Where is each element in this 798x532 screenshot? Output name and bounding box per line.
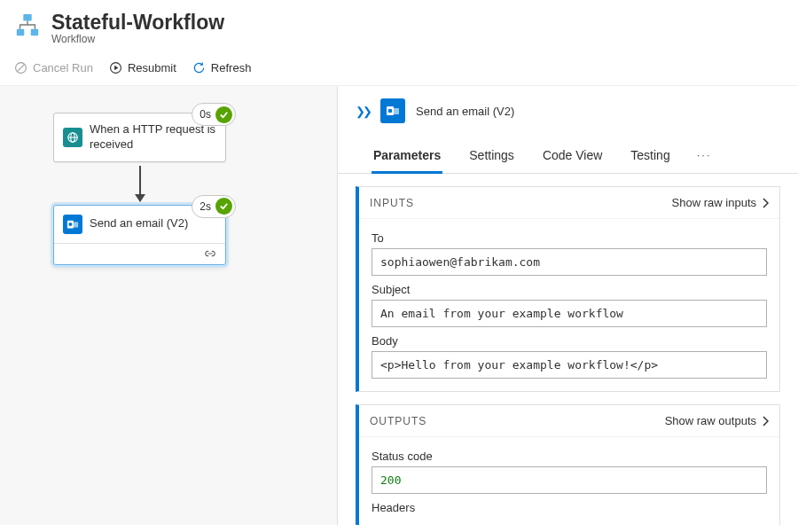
headers-label: Headers: [372, 501, 767, 514]
svg-rect-2: [31, 29, 38, 36]
action-node-email[interactable]: 2s Send an email (V2): [53, 205, 226, 265]
tab-testing[interactable]: Testing: [629, 141, 671, 174]
svg-point-12: [68, 223, 72, 226]
svg-line-4: [17, 64, 24, 71]
svg-rect-11: [74, 222, 78, 227]
node-title: Send an email (V2): [90, 216, 188, 231]
panel-title: Send an email (V2): [416, 105, 514, 118]
workflow-tree-icon: [14, 12, 41, 39]
content-area: 0s When a HTTP request is received 2s: [0, 86, 798, 525]
svg-point-15: [388, 109, 393, 113]
section-heading: OUTPUTS: [370, 415, 426, 427]
body-label: Body: [372, 334, 767, 348]
cancel-run-button: Cancel Run: [14, 61, 93, 74]
more-tabs-button[interactable]: ···: [697, 148, 712, 167]
success-check-icon: [215, 198, 232, 215]
page-title: Stateful-Workflow: [51, 11, 224, 35]
status-code-value[interactable]: 200: [372, 466, 767, 494]
panel-tabs: Parameters Settings Code View Testing ··…: [338, 136, 798, 174]
http-icon: [63, 128, 82, 147]
connector-arrow: [139, 166, 141, 201]
chevron-right-icon: [762, 416, 769, 426]
tab-parameters[interactable]: Parameters: [372, 141, 442, 174]
inputs-section: INPUTS Show raw inputs To sophiaowen@fab…: [356, 186, 780, 392]
page-subtitle: Workflow: [51, 33, 224, 45]
trigger-node[interactable]: 0s When a HTTP request is received: [53, 113, 226, 162]
duration-pill: 2s: [192, 195, 236, 218]
outputs-section: OUTPUTS Show raw outputs Status code 200…: [356, 404, 780, 525]
workflow-canvas[interactable]: 0s When a HTTP request is received 2s: [0, 86, 337, 525]
duration-pill: 0s: [192, 103, 236, 126]
details-panel: ❯❯ Send an email (V2) Parameters Setting…: [337, 86, 798, 525]
toolbar: Cancel Run Resubmit Refresh: [0, 52, 798, 86]
chevron-right-icon: [762, 198, 769, 208]
node-title: When a HTTP request is received: [90, 122, 216, 153]
tab-settings[interactable]: Settings: [467, 141, 516, 174]
outlook-icon: [63, 215, 82, 234]
outlook-icon: [380, 98, 405, 123]
tab-codeview[interactable]: Code View: [541, 141, 604, 174]
body-value[interactable]: <p>Hello from your example workflow!</p>: [372, 351, 767, 379]
to-value[interactable]: sophiaowen@fabrikam.com: [372, 248, 767, 276]
refresh-icon: [192, 61, 206, 74]
status-code-label: Status code: [372, 450, 767, 463]
refresh-button[interactable]: Refresh: [192, 61, 252, 74]
subject-value[interactable]: An email from your example workflow: [372, 300, 767, 327]
to-label: To: [372, 231, 767, 245]
svg-marker-6: [114, 66, 118, 71]
page-header: Stateful-Workflow Workflow: [0, 0, 798, 52]
link-icon: [204, 249, 216, 258]
cancel-icon: [14, 61, 27, 74]
panel-header: ❯❯ Send an email (V2): [338, 86, 798, 136]
svg-rect-0: [23, 14, 31, 21]
show-raw-outputs-link[interactable]: Show raw outputs: [665, 414, 769, 427]
collapse-button[interactable]: ❯❯: [356, 105, 370, 118]
svg-rect-1: [17, 29, 24, 36]
resubmit-button[interactable]: Resubmit: [109, 61, 176, 74]
subject-label: Subject: [372, 283, 767, 296]
svg-rect-14: [394, 108, 399, 114]
section-heading: INPUTS: [370, 197, 414, 209]
success-check-icon: [215, 106, 232, 123]
resubmit-icon: [109, 61, 122, 74]
show-raw-inputs-link[interactable]: Show raw inputs: [672, 196, 769, 209]
